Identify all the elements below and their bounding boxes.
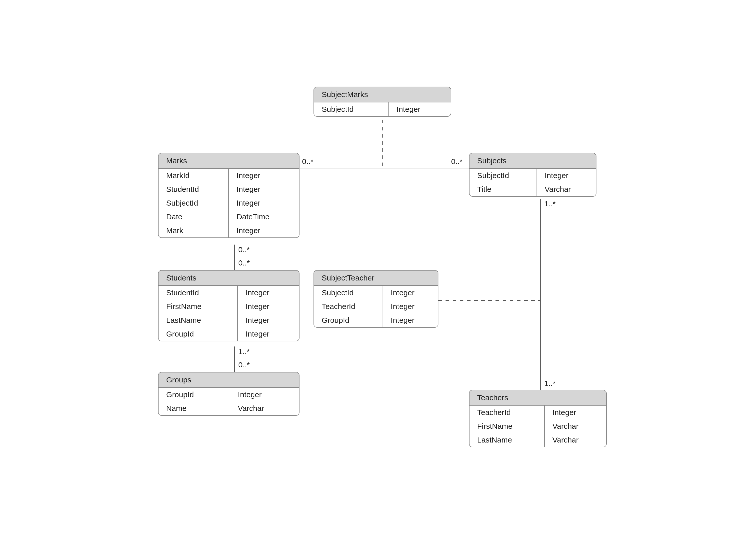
entity-title: Students <box>159 270 299 286</box>
field-type: Integer <box>238 286 299 299</box>
entity-subject-teacher[interactable]: SubjectTeacher SubjectId Integer Teacher… <box>313 270 438 328</box>
entity-field-row: TeacherId Integer <box>470 406 606 419</box>
field-name: TeacherId <box>470 406 544 419</box>
entity-field-row: SubjectId Integer <box>314 102 451 116</box>
connectors-layer <box>0 0 756 535</box>
entity-field-row: StudentId Integer <box>159 183 299 196</box>
field-type: Integer <box>537 169 596 183</box>
entity-title: Groups <box>159 373 299 388</box>
field-type: Integer <box>238 313 299 327</box>
field-name: MarkId <box>159 169 229 183</box>
field-type: Integer <box>229 183 299 196</box>
entity-marks[interactable]: Marks MarkId Integer StudentId Integer S… <box>158 153 300 238</box>
entity-field-row: SubjectId Integer <box>314 286 438 299</box>
field-name: FirstName <box>470 419 544 433</box>
entity-field-row: TeacherId Integer <box>314 299 438 313</box>
field-name: LastName <box>159 313 238 327</box>
field-type: Integer <box>383 313 438 327</box>
field-name: Mark <box>159 224 229 238</box>
field-name: Title <box>470 183 537 196</box>
field-type: Integer <box>229 196 299 210</box>
entity-field-row: LastName Integer <box>159 313 299 327</box>
multiplicity-label: 1..* <box>238 347 250 356</box>
entity-title: Teachers <box>470 390 606 406</box>
field-type: Integer <box>389 102 451 116</box>
field-name: TeacherId <box>314 299 383 313</box>
entity-title: SubjectTeacher <box>314 270 438 286</box>
entity-subjects[interactable]: Subjects SubjectId Integer Title Varchar <box>469 153 596 197</box>
entity-field-row: GroupId Integer <box>159 327 299 341</box>
entity-field-row: StudentId Integer <box>159 286 299 299</box>
field-name: SubjectId <box>159 196 229 210</box>
field-name: StudentId <box>159 286 238 299</box>
entity-field-row: Mark Integer <box>159 224 299 238</box>
field-type: Varchar <box>230 402 299 415</box>
field-type: Integer <box>238 299 299 313</box>
entity-field-row: Title Varchar <box>470 183 596 196</box>
multiplicity-label: 0..* <box>238 245 250 254</box>
field-name: SubjectId <box>470 169 537 183</box>
field-type: Integer <box>229 224 299 238</box>
multiplicity-label: 1..* <box>544 379 556 388</box>
entity-field-row: LastName Varchar <box>470 433 606 447</box>
field-type: Integer <box>238 327 299 341</box>
field-name: GroupId <box>159 327 238 341</box>
field-name: SubjectId <box>314 286 383 299</box>
entity-title: Marks <box>159 154 299 169</box>
field-type: Integer <box>383 286 438 299</box>
field-type: Integer <box>229 169 299 183</box>
field-name: GroupId <box>159 388 230 402</box>
field-type: Varchar <box>544 433 606 447</box>
entity-teachers[interactable]: Teachers TeacherId Integer FirstName Var… <box>469 390 607 447</box>
field-type: Varchar <box>537 183 596 196</box>
entity-field-row: FirstName Integer <box>159 299 299 313</box>
field-type: Integer <box>230 388 299 402</box>
entity-field-row: MarkId Integer <box>159 169 299 183</box>
field-name: FirstName <box>159 299 238 313</box>
entity-subject-marks[interactable]: SubjectMarks SubjectId Integer <box>313 87 451 117</box>
entity-field-row: SubjectId Integer <box>470 169 596 183</box>
field-type: Integer <box>383 299 438 313</box>
field-name: GroupId <box>314 313 383 327</box>
field-name: LastName <box>470 433 544 447</box>
multiplicity-label: 0..* <box>238 360 250 369</box>
entity-title: SubjectMarks <box>314 87 451 102</box>
entity-students[interactable]: Students StudentId Integer FirstName Int… <box>158 270 300 341</box>
entity-groups[interactable]: Groups GroupId Integer Name Varchar <box>158 372 300 416</box>
field-type: DateTime <box>229 210 299 224</box>
field-name: SubjectId <box>314 102 389 116</box>
entity-field-row: Date DateTime <box>159 210 299 224</box>
field-name: StudentId <box>159 183 229 196</box>
entity-field-row: GroupId Integer <box>159 388 299 402</box>
entity-title: Subjects <box>470 154 596 169</box>
multiplicity-label: 0..* <box>302 157 313 166</box>
entity-field-row: FirstName Varchar <box>470 419 606 433</box>
multiplicity-label: 1..* <box>544 200 556 208</box>
field-type: Varchar <box>544 419 606 433</box>
entity-field-row: Name Varchar <box>159 402 299 415</box>
field-name: Date <box>159 210 229 224</box>
er-diagram-canvas: SubjectMarks SubjectId Integer Marks Mar… <box>0 0 756 535</box>
entity-field-row: GroupId Integer <box>314 313 438 327</box>
field-type: Integer <box>544 406 606 419</box>
multiplicity-label: 0..* <box>451 157 463 166</box>
multiplicity-label: 0..* <box>238 259 250 267</box>
entity-field-row: SubjectId Integer <box>159 196 299 210</box>
field-name: Name <box>159 402 230 415</box>
